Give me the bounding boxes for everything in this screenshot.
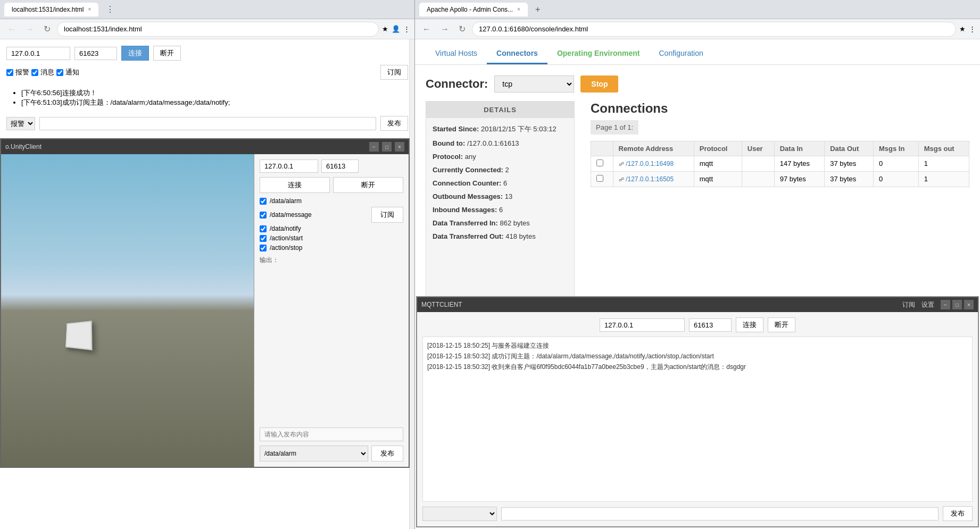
unity-message-checkbox[interactable] (260, 212, 267, 219)
left-star-icon[interactable]: ★ (382, 25, 388, 33)
right-back-button[interactable]: ← (419, 23, 434, 35)
detail-inbound-value: 6 (499, 206, 503, 214)
left-back-button[interactable]: ← (4, 23, 19, 35)
mqtt-disconnect-button[interactable]: 断开 (768, 317, 795, 332)
col-remote-address: Remote Address (613, 141, 694, 156)
right-forward-button[interactable]: → (437, 23, 452, 35)
mqtt-connect-button[interactable]: 连接 (736, 317, 763, 332)
tab-operating-environment[interactable]: Operating Environment (547, 44, 650, 64)
left-alarm-checkbox[interactable] (6, 69, 13, 76)
unity-close-button[interactable]: × (395, 142, 404, 152)
right-more-icon[interactable]: ⋮ (969, 25, 976, 33)
right-star-icon[interactable]: ★ (959, 25, 966, 33)
col-data-in: Data In (774, 141, 824, 156)
left-ip-input[interactable] (6, 47, 70, 60)
unity-start-checkbox[interactable] (260, 235, 267, 242)
mqtt-publish-button[interactable]: 发布 (943, 506, 973, 521)
unity-notify-label: /data/notify (270, 225, 301, 232)
left-tab-close-icon[interactable]: × (88, 6, 91, 12)
left-publish-row: 报警 发布 (6, 116, 408, 131)
unity-publish-text-input[interactable] (260, 427, 403, 441)
unity-port-input[interactable] (321, 159, 359, 173)
stop-button[interactable]: Stop (580, 75, 618, 93)
row1-address: ☍ /127.0.0.1:16498 (613, 156, 694, 172)
connections-table-header-row: Remote Address Protocol User Data In Dat… (591, 141, 969, 156)
detail-data-in-label: Data Transferred In: (433, 219, 498, 227)
right-tab-close-icon[interactable]: × (517, 6, 520, 12)
left-publish-input[interactable] (39, 117, 376, 130)
left-alarm-label: 报警 (15, 68, 29, 77)
right-url-bar[interactable] (472, 22, 956, 37)
row1-checkbox[interactable] (596, 159, 603, 166)
left-url-bar[interactable] (57, 22, 379, 37)
apollo-nav-tabs: Virtual Hosts Connectors Operating Envir… (415, 39, 980, 65)
left-message-checkbox[interactable] (31, 69, 38, 76)
mqtt-publish-row: 发布 (422, 506, 973, 521)
right-active-tab[interactable]: Apache Apollo - Admin Cons... × (419, 3, 528, 16)
row2-addr-link[interactable]: /127.0.0.1:16505 (626, 175, 674, 183)
unity-output-label: 输出： (260, 256, 403, 265)
left-reload-button[interactable]: ↻ (40, 23, 54, 35)
left-notify-checkbox[interactable] (56, 69, 63, 76)
detail-inbound-label: Inbound Messages: (433, 206, 497, 214)
unity-connect-button[interactable]: 连接 (260, 177, 330, 193)
detail-data-out-label: Data Transferred Out: (433, 232, 504, 240)
mqtt-close-button[interactable]: × (964, 300, 974, 309)
row1-user (742, 156, 774, 172)
left-subscribe-button[interactable]: 订阅 (380, 65, 408, 80)
row1-addr-link[interactable]: /127.0.0.1:16498 (626, 160, 674, 167)
detail-started-since-label: Started Since: (433, 125, 479, 133)
unity-notify-checkbox[interactable] (260, 225, 267, 232)
left-more-icon[interactable]: ⋮ (403, 25, 410, 33)
left-account-icon[interactable]: 👤 (392, 25, 400, 33)
right-reload-button[interactable]: ↻ (455, 23, 469, 35)
tab-virtual-hosts[interactable]: Virtual Hosts (426, 44, 487, 64)
mqtt-topic-select[interactable] (422, 507, 497, 521)
unity-message-label: /data/message (270, 211, 312, 219)
unity-stop-checkbox[interactable] (260, 245, 267, 251)
mqtt-minimize-button[interactable]: − (941, 300, 950, 309)
unity-subscribe-button[interactable]: 订阅 (371, 207, 403, 223)
right-titlebar: Apache Apollo - Admin Cons... × + (415, 0, 980, 19)
connector-label: Connector: (426, 77, 488, 91)
left-browser-content: 连接 断开 报警 消息 通知 订阅 [下午6:50:56]连接成功！ [下午6:… (0, 39, 414, 529)
unity-minimize-button[interactable]: − (369, 142, 379, 152)
unity-ip-input[interactable] (260, 159, 318, 173)
left-connect-button[interactable]: 连接 (121, 46, 149, 61)
detail-connection-counter: Connection Counter: 6 (433, 179, 568, 187)
unity-maximize-button[interactable]: □ (382, 142, 392, 152)
mqtt-publish-input[interactable] (501, 507, 939, 520)
left-disconnect-button[interactable]: 断开 (153, 46, 181, 61)
row2-protocol: mqtt (694, 172, 742, 187)
tab-configuration[interactable]: Configuration (649, 44, 712, 64)
mqtt-port-input[interactable] (689, 318, 732, 332)
detail-protocol: Protocol: any (433, 153, 568, 161)
unity-window-controls: − □ × (369, 142, 404, 152)
unity-publish-topic-select[interactable]: /data/alarm (260, 446, 368, 461)
col-msgs-out: Msgs out (918, 141, 969, 156)
right-new-tab-button[interactable]: + (532, 4, 543, 15)
unity-disconnect-button[interactable]: 断开 (333, 177, 403, 193)
tab-connectors[interactable]: Connectors (487, 44, 547, 64)
unity-publish-button[interactable]: 发布 (371, 446, 403, 461)
mqtt-subscribe-title-btn[interactable]: 订阅 (902, 300, 915, 309)
detail-bound-to: Bound to: /127.0.0.1:61613 (433, 139, 568, 147)
left-scrollbar[interactable] (409, 39, 414, 529)
left-port-input[interactable] (74, 47, 117, 60)
left-publish-button[interactable]: 发布 (380, 116, 408, 131)
mqtt-maximize-button[interactable]: □ (952, 300, 962, 309)
unity-alarm-checkbox[interactable] (260, 198, 267, 205)
connector-select[interactable]: tcp (494, 75, 574, 93)
left-new-tab-button[interactable]: ⋮ (103, 3, 118, 15)
detail-data-out-value: 418 bytes (505, 232, 535, 240)
right-navbar: ← → ↻ ★ ⋮ (415, 19, 980, 39)
left-topic-select[interactable]: 报警 (6, 117, 35, 130)
mqtt-window-controls: − □ × (941, 300, 974, 309)
left-active-tab[interactable]: localhost:1531/index.html × (4, 3, 98, 16)
col-msgs-in: Msgs In (873, 141, 918, 156)
row2-checkbox[interactable] (596, 175, 603, 182)
unity-publish-row: /data/alarm 发布 (260, 446, 403, 461)
mqtt-settings-title-btn[interactable]: 设置 (921, 300, 934, 309)
left-forward-button[interactable]: → (22, 23, 37, 35)
mqtt-ip-input[interactable] (600, 318, 685, 332)
